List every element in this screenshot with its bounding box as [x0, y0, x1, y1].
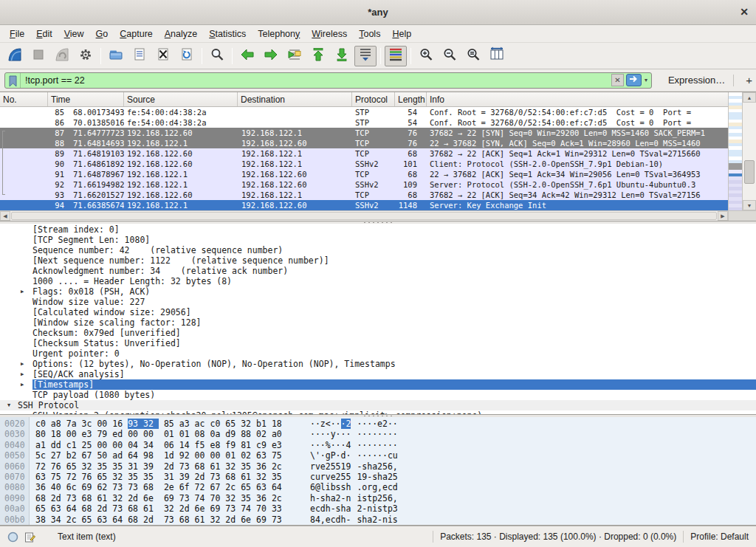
scroll-right-icon[interactable]: ▶ — [718, 211, 728, 221]
expand-icon[interactable]: ▶ — [21, 359, 24, 369]
column-header-length[interactable]: Length — [395, 92, 427, 106]
detail-row[interactable]: [Calculated window size: 29056] — [0, 307, 756, 317]
display-filter-input[interactable]: !tcp.port == 22 — [21, 75, 611, 86]
menu-file[interactable]: File — [4, 27, 30, 41]
scroll-left-icon[interactable]: ◀ — [0, 211, 10, 221]
intelligent-scrollbar[interactable] — [728, 92, 743, 210]
menu-statistics[interactable]: Statistics — [203, 27, 252, 41]
detail-row[interactable]: [Stream index: 0] — [0, 224, 756, 235]
hex-row-0030[interactable]: 0030801800e379ed00000101080ad98802a0····… — [0, 429, 756, 439]
go-forward-button[interactable] — [260, 46, 282, 66]
zoom-in-button[interactable] — [415, 46, 437, 66]
collapse-icon[interactable]: ▼ — [7, 400, 10, 410]
menu-help[interactable]: Help — [386, 27, 417, 41]
hex-row-0080[interactable]: 008036406c69627373682e6f72672c6563646@li… — [0, 482, 756, 492]
menu-analyze[interactable]: Analyze — [159, 27, 203, 41]
detail-row[interactable]: Window size value: 227 — [0, 297, 756, 307]
go-first-packet-button[interactable] — [307, 46, 329, 66]
menu-view[interactable]: View — [58, 27, 90, 41]
zoom-out-button[interactable] — [439, 46, 461, 66]
filter-clear-button[interactable]: ✕ — [611, 74, 624, 86]
stop-capture-button[interactable] — [27, 46, 49, 66]
hex-row-0090[interactable]: 0090682d736861322d6e697374703235362ch-sh… — [0, 493, 756, 503]
detail-row[interactable]: ▶[SEQ/ACK analysis] — [0, 369, 756, 379]
packet-row-86[interactable]: 8670.013850163fe:54:00:d4:38:2aSTP54Conf… — [0, 117, 728, 128]
filter-apply-button[interactable] — [626, 74, 642, 86]
filter-add-button[interactable]: + — [742, 74, 756, 86]
hex-row-0050[interactable]: 00505c27b26750ad64981d92000001026375\'·g… — [0, 450, 756, 461]
filter-history-dropdown[interactable]: ▾ — [643, 77, 651, 83]
open-file-button[interactable] — [105, 46, 127, 66]
column-header-no[interactable]: No. — [0, 92, 48, 106]
filter-bookmark-icon[interactable] — [5, 73, 21, 88]
resize-columns-button[interactable] — [486, 46, 508, 66]
start-capture-button[interactable] — [4, 46, 26, 66]
zoom-reset-button[interactable] — [462, 46, 484, 66]
scroll-up-icon[interactable]: ▲ — [743, 92, 756, 103]
column-header-info[interactable]: Info — [427, 92, 728, 106]
detail-row[interactable]: Urgent pointer: 0 — [0, 348, 756, 359]
go-back-button[interactable] — [236, 46, 258, 66]
window-titlebar[interactable]: *any ✕ — [0, 0, 756, 25]
detail-row[interactable]: [Window size scaling factor: 128] — [0, 317, 756, 328]
column-header-destination[interactable]: Destination — [238, 92, 352, 106]
detail-row[interactable]: ▼SSH Protocol — [0, 400, 756, 410]
packet-row-92[interactable]: 9271.661949820192.168.122.1192.168.122.6… — [0, 179, 728, 190]
menu-telephony[interactable]: Telephony — [252, 27, 306, 41]
hscroll-thumb[interactable] — [11, 212, 717, 220]
menu-capture[interactable]: Capture — [114, 27, 158, 41]
menu-wireless[interactable]: Wireless — [306, 27, 353, 41]
detail-row[interactable]: Sequence number: 42 (relative sequence n… — [0, 245, 756, 255]
detail-row[interactable]: [TCP Segment Len: 1080] — [0, 235, 756, 245]
detail-row[interactable]: Acknowledgment number: 34 (relative ack … — [0, 266, 756, 276]
packet-row-94[interactable]: 9471.663856741192.168.122.1192.168.122.6… — [0, 200, 728, 210]
packet-row-89[interactable]: 8971.648191037192.168.122.60192.168.122.… — [0, 148, 728, 159]
capture-options-button[interactable] — [75, 46, 97, 66]
column-header-protocol[interactable]: Protocol — [352, 92, 395, 106]
column-header-source[interactable]: Source — [124, 92, 238, 106]
profile-text[interactable]: Profile: Default — [690, 531, 749, 542]
hex-row-0040[interactable]: 0040a1ddc125000004340614f5e8f981c9e3···%… — [0, 440, 756, 450]
detail-row[interactable]: [Next sequence number: 1122 (relative se… — [0, 255, 756, 266]
reload-file-button[interactable] — [176, 46, 198, 66]
hex-row-0020[interactable]: 0020c0a87a3c0016933285a3acc06532b118··z<… — [0, 419, 756, 429]
hex-row-00a0[interactable]: 00a0656364682d736861322d6e6973747033ecdh… — [0, 503, 756, 514]
go-to-packet-button[interactable] — [284, 46, 306, 66]
expand-icon[interactable]: ▶ — [21, 379, 24, 390]
detail-row[interactable]: TCP payload (1080 bytes) — [0, 390, 756, 400]
expand-icon[interactable]: ▶ — [21, 369, 24, 379]
packet-list-vscrollbar[interactable]: ▲ ▼ — [743, 92, 756, 210]
colorize-toggle[interactable] — [385, 46, 407, 66]
save-file-button[interactable] — [128, 46, 151, 66]
expert-info-icon[interactable] — [7, 531, 18, 543]
expression-button[interactable]: Expression… — [668, 75, 725, 86]
packet-list-hscrollbar[interactable]: ◀ ▶ — [0, 210, 728, 221]
go-last-packet-button[interactable] — [331, 46, 353, 66]
menu-tools[interactable]: Tools — [353, 27, 386, 41]
packet-row-93[interactable]: 9371.662015274192.168.122.60192.168.122.… — [0, 190, 728, 200]
menu-edit[interactable]: Edit — [30, 27, 58, 41]
close-icon[interactable]: ✕ — [740, 6, 749, 18]
expand-icon[interactable]: ▶ — [21, 286, 24, 297]
detail-row[interactable]: Checksum: 0x79ed [unverified] — [0, 328, 756, 338]
packet-row-90[interactable]: 9071.648618924192.168.122.60192.168.122.… — [0, 159, 728, 169]
detail-row[interactable]: [Checksum Status: Unverified] — [0, 338, 756, 348]
vscroll-thumb[interactable] — [744, 160, 755, 184]
hscroll-track[interactable] — [10, 211, 718, 221]
restart-capture-button[interactable] — [51, 46, 73, 66]
packet-row-87[interactable]: 8771.647777234192.168.122.60192.168.122.… — [0, 128, 728, 138]
detail-row[interactable]: ▶Options: (12 bytes), No-Operation (NOP)… — [0, 359, 756, 369]
detail-row[interactable]: ▶Flags: 0x018 (PSH, ACK) — [0, 286, 756, 297]
detail-row[interactable]: 1000 .... = Header Length: 32 bytes (8) — [0, 276, 756, 286]
capture-comment-icon[interactable] — [24, 531, 35, 543]
packet-row-88[interactable]: 8871.648146932192.168.122.1192.168.122.6… — [0, 138, 728, 148]
hex-row-0070[interactable]: 0070637572766532353531392d7368613235curv… — [0, 472, 756, 482]
hex-row-00b0[interactable]: 00b038342c656364682d736861322d6e697384,e… — [0, 515, 756, 525]
find-packet-button[interactable] — [206, 46, 228, 66]
hex-row-0060[interactable]: 006072766532353531392d7368613235362crve2… — [0, 461, 756, 472]
menu-go[interactable]: Go — [90, 27, 114, 41]
close-file-button[interactable] — [152, 46, 174, 66]
detail-row[interactable]: ▶[Timestamps] — [0, 379, 756, 390]
packet-row-91[interactable]: 9171.648789678192.168.122.1192.168.122.6… — [0, 169, 728, 179]
packet-row-85[interactable]: 8568.001734936fe:54:00:d4:38:2aSTP54Conf… — [0, 107, 728, 117]
